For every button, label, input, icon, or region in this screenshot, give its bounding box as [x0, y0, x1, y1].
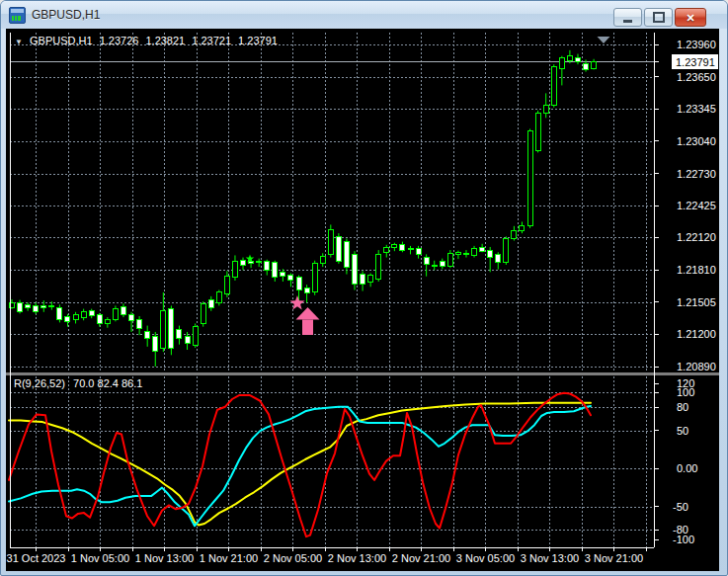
price-axis-label: 1.23650	[677, 71, 716, 83]
candle-body	[584, 63, 589, 70]
window-title: GBPUSD,H1	[32, 8, 100, 22]
candle-body	[65, 317, 70, 322]
candle-body	[353, 255, 358, 285]
candle-body	[161, 310, 166, 348]
minimize-button[interactable]	[613, 8, 642, 27]
candle	[575, 54, 580, 65]
indicator-pane	[9, 393, 591, 536]
close-button[interactable]: ✕	[675, 8, 706, 27]
candle	[584, 59, 589, 71]
candle-body	[463, 253, 468, 254]
chevron-down-icon[interactable]: ▼	[15, 38, 23, 46]
candle-body	[81, 312, 86, 318]
candle	[216, 289, 221, 305]
candle	[551, 64, 556, 108]
candle	[424, 254, 429, 276]
current-price-label: 1.23791	[676, 56, 715, 68]
minimize-icon	[623, 20, 632, 23]
time-axis-label: 1 Nov 21:00	[200, 552, 258, 564]
candle-body	[265, 262, 270, 271]
candle	[455, 251, 460, 259]
candle-body	[281, 272, 285, 276]
candle-body	[97, 315, 102, 324]
candle-body	[304, 288, 309, 293]
time-axis-label: 3 Nov 13:00	[521, 552, 579, 564]
candle-body	[320, 257, 325, 264]
candle-body	[177, 330, 182, 339]
candle	[177, 326, 182, 345]
candle	[432, 261, 437, 271]
candle-body	[512, 230, 517, 238]
candle-body	[26, 305, 31, 308]
candle-body	[34, 305, 39, 312]
candle	[169, 305, 174, 355]
price-axis-label: 1.23040	[677, 135, 716, 147]
candle	[41, 300, 46, 312]
time-axis-label: 1 Nov 13:00	[135, 552, 194, 564]
candle-body	[376, 254, 381, 279]
candle	[368, 273, 373, 287]
candle-body	[216, 292, 221, 302]
candle-body	[57, 307, 62, 320]
candle-body	[488, 250, 493, 257]
candle	[208, 296, 213, 311]
indicator-axis-label: 100	[677, 386, 694, 398]
candle-body	[193, 327, 198, 345]
title-bar[interactable]: GBPUSD,H1 ✕	[1, 1, 727, 29]
time-axis-label: 31 Oct 2023	[7, 552, 66, 564]
candle	[65, 314, 70, 327]
candle-body	[361, 275, 365, 285]
candle-body	[384, 248, 389, 253]
candle	[592, 59, 597, 70]
time-axis-label: 1 Nov 05:00	[71, 552, 129, 564]
pane-separator[interactable]	[6, 372, 719, 375]
candle	[273, 261, 278, 282]
candle-body	[527, 131, 532, 226]
candle-body	[336, 236, 341, 261]
time-axis-label: 2 Nov 21:00	[392, 552, 450, 564]
candle	[543, 93, 548, 118]
indicator-axis-label: -100	[673, 534, 694, 545]
candle-body	[201, 304, 205, 324]
candle-body	[551, 67, 556, 105]
candle	[113, 305, 118, 321]
candle	[129, 312, 134, 332]
indicator-axis-label: 80	[677, 401, 688, 413]
candle-body	[41, 306, 46, 307]
candle	[480, 244, 485, 252]
price-axis-label: 1.21200	[677, 328, 716, 340]
candle-body	[520, 226, 525, 231]
candle-body	[169, 309, 174, 349]
candle-body	[416, 248, 421, 255]
candle-body	[232, 261, 237, 278]
price-axis-label: 1.21505	[677, 296, 716, 308]
candle	[18, 300, 23, 314]
candle	[153, 332, 158, 367]
candle-body	[105, 320, 110, 324]
restore-button[interactable]	[644, 8, 673, 27]
candle	[137, 316, 142, 335]
candle	[121, 303, 125, 317]
arrow-stem	[302, 320, 313, 336]
price-pane	[10, 37, 655, 367]
candle-body	[224, 276, 229, 293]
indicator-line-slow	[9, 403, 591, 526]
candle-body	[113, 308, 118, 319]
candle-body	[535, 113, 540, 150]
indicator-line-mid	[9, 406, 591, 526]
candle-body	[249, 262, 254, 263]
candle-body	[153, 337, 158, 352]
candle	[496, 252, 501, 269]
candle	[241, 258, 246, 271]
candle	[535, 111, 540, 152]
candle-body	[543, 105, 548, 113]
candle-body	[408, 248, 413, 249]
candle-body	[296, 277, 301, 289]
candle	[504, 236, 509, 265]
candle-body	[392, 244, 397, 248]
candle	[26, 302, 31, 310]
chart-header: ▼ GBPUSD,H1 1.23726 1.23821 1.23721 1.23…	[15, 35, 282, 46]
indicator-axis-label: 0.00	[677, 462, 697, 474]
chart-canvas[interactable]: 1.239601.236501.233451.230401.227301.224…	[6, 29, 719, 571]
candle-body	[567, 55, 572, 60]
